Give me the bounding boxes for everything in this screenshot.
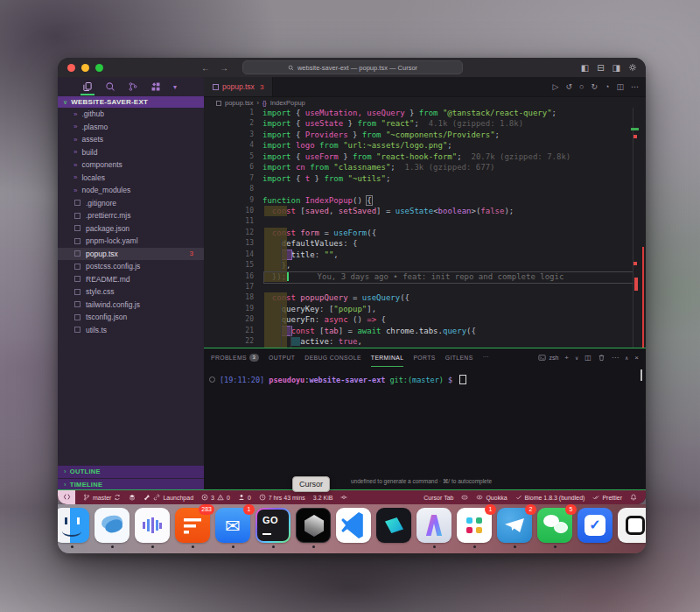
code-line-1[interactable]: 1import { useMutation, useQuery } from "… — [204, 108, 646, 118]
maximize-panel-icon[interactable]: ∧ — [625, 355, 628, 361]
code-line-4[interactable]: 4import logo from "url:~assets/logo.png"… — [204, 140, 646, 151]
timeline-icon[interactable]: ◔ — [605, 82, 609, 91]
sidebar-item-package-json[interactable]: package.json — [58, 222, 204, 236]
close-panel-icon[interactable]: × — [634, 354, 639, 362]
dock-item-slack[interactable]: 1 — [457, 508, 492, 543]
sidebar-item-assets[interactable]: »assets — [58, 133, 204, 146]
dock-item-clipboard-app[interactable] — [618, 508, 646, 543]
zoom-window-button[interactable] — [95, 64, 103, 72]
code-line-12[interactable]: 12 const form = useForm({ — [204, 228, 646, 238]
statusbar-quokka[interactable]: Quokka — [476, 494, 507, 502]
code-line-13[interactable]: 13 defaultValues: { — [204, 238, 646, 249]
statusbar-launchpad[interactable]: Launchpad — [144, 494, 193, 502]
dock-item-mail[interactable]: 1 — [215, 508, 250, 543]
code-line-3[interactable]: 3import { Providers } from "~components/… — [204, 130, 646, 140]
more-actions-icon[interactable]: ⋯ — [631, 82, 639, 91]
run-icon[interactable]: ▷ — [553, 82, 559, 91]
forward-icon[interactable]: → — [220, 63, 228, 73]
command-center-search[interactable]: website-saver-ext — popup.tsx — Cursor — [242, 60, 463, 74]
statusbar-git-branch[interactable]: master — [83, 494, 121, 502]
statusbar-cursor-tab[interactable]: Cursor Tab — [424, 495, 453, 501]
dock-item-audio-app[interactable] — [135, 508, 170, 543]
statusbar-notifications[interactable] — [630, 494, 637, 502]
dock-item-vscode[interactable] — [336, 508, 371, 543]
panel-tab-ports[interactable]: PORTS — [413, 348, 435, 367]
dock-item-teal-app[interactable] — [376, 508, 411, 543]
code-line-5[interactable]: 5import { useForm } from "react-hook-for… — [204, 151, 646, 162]
sidebar-item-locales[interactable]: »locales — [58, 172, 204, 185]
code-line-22[interactable]: 22 active: true, — [204, 336, 646, 347]
dock-item-wechat[interactable]: 5 — [537, 508, 572, 543]
shell-selector[interactable]: zsh — [538, 354, 558, 362]
code-line-2[interactable]: 2import { useState } from "react"; 4.1k … — [204, 118, 646, 129]
sidebar-item--plasmo[interactable]: ».plasmo — [58, 121, 204, 134]
trash-icon[interactable] — [598, 354, 606, 362]
code-line-8[interactable]: 8 — [204, 184, 646, 194]
dock-item-goland[interactable] — [256, 508, 290, 543]
statusbar-git-commit[interactable] — [340, 494, 347, 502]
dock-item-reader-app[interactable]: 283 — [175, 508, 210, 543]
dock-item-fox-app[interactable] — [94, 508, 130, 543]
statusbar-copilot[interactable] — [461, 494, 468, 502]
dock-item-telegram[interactable]: 2 — [497, 508, 532, 543]
toggle-sidebar-icon[interactable]: ◧ — [581, 63, 589, 73]
panel-tab-output[interactable]: OUTPUT — [269, 348, 295, 367]
sidebar-item--gitignore[interactable]: .gitignore — [58, 197, 204, 210]
panel-tab-terminal[interactable]: TERMINAL — [371, 348, 404, 367]
scrollbar-error-strip[interactable] — [642, 247, 644, 348]
sidebar-item-popup-tsx[interactable]: popup.tsx3 — [58, 248, 204, 261]
close-window-button[interactable] — [67, 64, 75, 72]
code-line-9[interactable]: 9function IndexPopup() { — [204, 195, 646, 206]
terminal[interactable]: [19:11:20] pseudoyu:website-saver-ext gi… — [204, 366, 646, 491]
terminal-scrollbar[interactable] — [640, 369, 642, 381]
dock-item-arc-browser[interactable] — [416, 508, 452, 543]
code-line-19[interactable]: 19 queryKey: ["popup"], — [204, 304, 646, 314]
statusbar-wakatime[interactable]: 7 hrs 43 mins — [259, 494, 305, 502]
toggle-secondary-sidebar-icon[interactable]: ◨ — [612, 63, 620, 73]
timeline-section[interactable]: › TIMELINE — [58, 478, 204, 491]
chevron-down-icon[interactable]: ▾ — [173, 83, 177, 91]
statusbar-problems[interactable]: 30 — [201, 494, 230, 502]
dock-item-finder[interactable] — [58, 508, 89, 543]
next-change-icon[interactable]: ↻ — [592, 82, 598, 91]
statusbar-biome[interactable]: Biome 1.8.3 (bundled) — [515, 494, 585, 502]
sidebar-item-style-css[interactable]: style.css — [58, 285, 204, 299]
dock-item-things[interactable] — [578, 508, 612, 543]
sidebar-item-build[interactable]: »build — [58, 146, 204, 159]
statusbar-feedback[interactable]: 0 — [238, 494, 251, 502]
sidebar-item-postcss-config-js[interactable]: postcss.config.js — [58, 260, 204, 273]
code-line-7[interactable]: 7import { t } from "~utils"; — [204, 173, 646, 184]
code-line-11[interactable]: 11 — [204, 216, 646, 227]
sidebar-item-utils-ts[interactable]: utils.ts — [58, 324, 204, 337]
extensions-icon[interactable] — [150, 81, 161, 92]
code-line-16[interactable]: 16 }); You, 3 days ago • feat: init repo… — [204, 271, 646, 282]
panel-tab-gitlens[interactable]: GITLENS — [445, 348, 473, 367]
new-terminal-icon[interactable]: + — [564, 354, 569, 362]
split-terminal-icon[interactable]: ◫ — [584, 354, 592, 362]
statusbar-file-size[interactable]: 3.2 KiB — [313, 495, 333, 501]
tab-popup-tsx[interactable]: popup.tsx 3 — [204, 77, 273, 96]
code-line-17[interactable]: 17 — [204, 282, 646, 292]
back-icon[interactable]: ← — [201, 63, 210, 73]
code-line-20[interactable]: 20 queryFn: async () => { — [204, 314, 646, 325]
statusbar-prettier[interactable]: Prettier — [592, 494, 622, 502]
sidebar-item-readme-md[interactable]: README.md — [58, 273, 204, 286]
code-line-21[interactable]: 21 const [tab] = await chrome.tabs.query… — [204, 326, 646, 336]
chevron-down-icon[interactable]: ∨ — [575, 355, 578, 361]
breadcrumb-file[interactable]: popup.tsx — [225, 99, 254, 107]
split-editor-icon[interactable]: ◫ — [616, 82, 624, 91]
sidebar-item-pnpm-lock-yaml[interactable]: pnpm-lock.yaml — [58, 235, 204, 248]
sidebar-item-tsconfig-json[interactable]: tsconfig.json — [58, 311, 204, 324]
outline-section[interactable]: › OUTLINE — [58, 465, 204, 478]
dock-item-cursor[interactable] — [296, 508, 331, 543]
code-line-15[interactable]: 15 }, — [204, 260, 646, 271]
code-line-14[interactable]: 14 title: "", — [204, 250, 646, 260]
toggle-panel-icon[interactable]: ⊟ — [597, 63, 604, 73]
panel-tab-problems[interactable]: PROBLEMS3 — [211, 348, 259, 367]
more-icon[interactable]: ⋯ — [612, 354, 619, 362]
code-line-6[interactable]: 6import cn from "classnames"; 1.3k (gzip… — [204, 162, 646, 172]
code-editor[interactable]: 1import { useMutation, useQuery } from "… — [204, 108, 646, 348]
panel-tab-debug-console[interactable]: DEBUG CONSOLE — [304, 348, 361, 367]
sidebar-item--github[interactable]: ».github — [58, 108, 204, 121]
titlebar[interactable]: ← → website-saver-ext — popup.tsx — Curs… — [58, 58, 646, 78]
